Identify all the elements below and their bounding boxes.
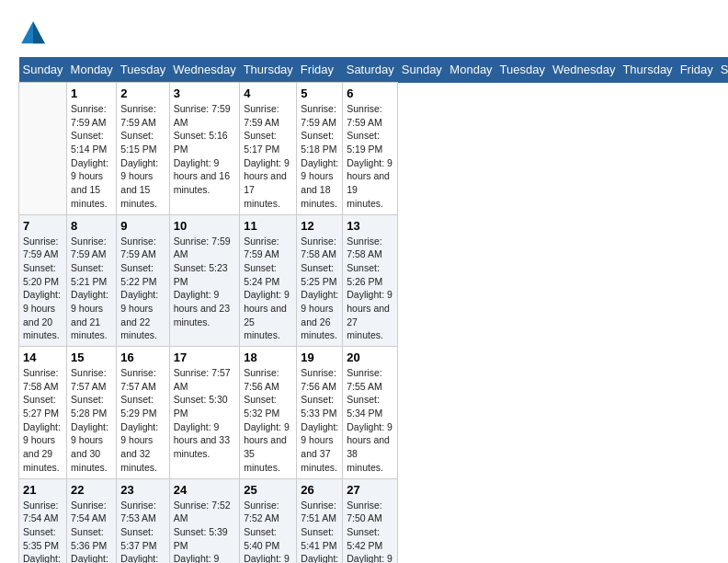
day-number: 4 [244,86,292,100]
day-number: 20 [347,350,393,364]
day-number: 26 [301,483,338,497]
header-row: SundayMondayTuesdayWednesdayThursdayFrid… [19,57,729,83]
day-cell: 9Sunrise: 7:59 AMSunset: 5:22 PMDaylight… [117,214,169,347]
day-cell: 17Sunrise: 7:57 AMSunset: 5:30 PMDayligh… [169,347,239,479]
day-cell: 14Sunrise: 7:58 AMSunset: 5:27 PMDayligh… [19,347,67,479]
week-row-3: 14Sunrise: 7:58 AMSunset: 5:27 PMDayligh… [19,347,729,479]
day-cell: 3Sunrise: 7:59 AMSunset: 5:16 PMDaylight… [169,83,239,215]
day-number: 21 [23,483,63,497]
day-number: 1 [71,86,112,100]
day-info: Sunrise: 7:59 AMSunset: 5:17 PMDaylight:… [244,102,292,211]
header-sunday: Sunday [398,57,447,83]
day-cell: 15Sunrise: 7:57 AMSunset: 5:28 PMDayligh… [67,347,117,479]
header-thursday: Thursday [619,57,676,83]
day-number: 22 [71,483,112,497]
day-info: Sunrise: 7:59 AMSunset: 5:24 PMDaylight:… [244,235,292,343]
header-monday: Monday [67,57,117,83]
svg-marker-1 [33,21,45,43]
week-row-2: 7Sunrise: 7:59 AMSunset: 5:20 PMDaylight… [19,214,729,347]
day-number: 5 [301,86,338,100]
logo-icon [18,18,48,48]
day-cell: 23Sunrise: 7:53 AMSunset: 5:37 PMDayligh… [117,478,169,563]
day-cell: 6Sunrise: 7:59 AMSunset: 5:19 PMDaylight… [343,83,398,215]
header-tuesday: Tuesday [496,57,549,83]
day-info: Sunrise: 7:58 AMSunset: 5:27 PMDaylight:… [23,366,63,475]
day-cell: 2Sunrise: 7:59 AMSunset: 5:15 PMDaylight… [117,83,169,215]
day-number: 27 [347,483,393,497]
day-info: Sunrise: 7:59 AMSunset: 5:18 PMDaylight:… [301,102,338,211]
header-wednesday: Wednesday [549,57,619,83]
day-cell: 16Sunrise: 7:57 AMSunset: 5:29 PMDayligh… [117,347,169,479]
day-number: 16 [120,350,165,364]
day-number: 11 [244,219,292,233]
day-info: Sunrise: 7:57 AMSunset: 5:28 PMDaylight:… [71,366,112,475]
day-cell: 11Sunrise: 7:59 AMSunset: 5:24 PMDayligh… [240,214,297,347]
header-sunday: Sunday [19,57,67,83]
day-cell: 20Sunrise: 7:55 AMSunset: 5:34 PMDayligh… [343,347,398,479]
week-row-4: 21Sunrise: 7:54 AMSunset: 5:35 PMDayligh… [19,478,729,563]
day-number: 19 [301,350,338,364]
day-info: Sunrise: 7:59 AMSunset: 5:14 PMDaylight:… [71,102,112,211]
day-cell: 27Sunrise: 7:50 AMSunset: 5:42 PMDayligh… [343,478,398,563]
day-number: 24 [174,483,235,497]
header-thursday: Thursday [240,57,297,83]
day-info: Sunrise: 7:59 AMSunset: 5:23 PMDaylight:… [174,235,235,329]
day-number: 15 [71,350,112,364]
day-cell: 24Sunrise: 7:52 AMSunset: 5:39 PMDayligh… [169,478,239,563]
day-info: Sunrise: 7:59 AMSunset: 5:15 PMDaylight:… [120,102,165,211]
day-number: 9 [120,219,165,233]
day-number: 6 [347,86,393,100]
day-info: Sunrise: 7:59 AMSunset: 5:20 PMDaylight:… [23,235,63,343]
day-info: Sunrise: 7:56 AMSunset: 5:33 PMDaylight:… [301,366,338,475]
week-row-1: 1Sunrise: 7:59 AMSunset: 5:14 PMDaylight… [19,83,729,215]
day-number: 13 [347,219,393,233]
day-info: Sunrise: 7:54 AMSunset: 5:35 PMDaylight:… [23,499,63,564]
day-info: Sunrise: 7:53 AMSunset: 5:37 PMDaylight:… [120,499,165,564]
day-info: Sunrise: 7:55 AMSunset: 5:34 PMDaylight:… [347,366,393,475]
header-saturday: Saturday [717,57,728,83]
day-number: 8 [71,219,112,233]
day-info: Sunrise: 7:59 AMSunset: 5:22 PMDaylight:… [120,235,165,343]
day-cell: 12Sunrise: 7:58 AMSunset: 5:25 PMDayligh… [297,214,343,347]
day-cell: 13Sunrise: 7:58 AMSunset: 5:26 PMDayligh… [343,214,398,347]
day-cell: 8Sunrise: 7:59 AMSunset: 5:21 PMDaylight… [67,214,117,347]
day-number: 14 [23,350,63,364]
header-saturday: Saturday [343,57,398,83]
calendar-table: SundayMondayTuesdayWednesdayThursdayFrid… [18,57,728,563]
day-cell: 18Sunrise: 7:56 AMSunset: 5:32 PMDayligh… [240,347,297,479]
day-number: 10 [174,219,235,233]
day-cell: 26Sunrise: 7:51 AMSunset: 5:41 PMDayligh… [297,478,343,563]
day-info: Sunrise: 7:57 AMSunset: 5:29 PMDaylight:… [120,366,165,475]
day-number: 25 [244,483,292,497]
day-info: Sunrise: 7:59 AMSunset: 5:16 PMDaylight:… [174,102,235,197]
header-wednesday: Wednesday [169,57,239,83]
header-tuesday: Tuesday [117,57,169,83]
day-number: 3 [174,86,235,100]
day-cell: 25Sunrise: 7:52 AMSunset: 5:40 PMDayligh… [240,478,297,563]
day-number: 2 [120,86,165,100]
day-cell: 19Sunrise: 7:56 AMSunset: 5:33 PMDayligh… [297,347,343,479]
day-info: Sunrise: 7:58 AMSunset: 5:26 PMDaylight:… [347,235,393,343]
day-info: Sunrise: 7:59 AMSunset: 5:19 PMDaylight:… [347,102,393,211]
day-info: Sunrise: 7:51 AMSunset: 5:41 PMDaylight:… [301,499,338,564]
day-number: 23 [120,483,165,497]
header-monday: Monday [446,57,495,83]
day-number: 18 [244,350,292,364]
day-cell: 7Sunrise: 7:59 AMSunset: 5:20 PMDaylight… [19,214,67,347]
day-info: Sunrise: 7:56 AMSunset: 5:32 PMDaylight:… [244,366,292,475]
header-friday: Friday [677,57,717,83]
day-info: Sunrise: 7:52 AMSunset: 5:40 PMDaylight:… [244,499,292,564]
day-number: 17 [174,350,235,364]
day-info: Sunrise: 7:58 AMSunset: 5:25 PMDaylight:… [301,235,338,343]
day-cell: 5Sunrise: 7:59 AMSunset: 5:18 PMDaylight… [297,83,343,215]
day-number: 12 [301,219,338,233]
day-info: Sunrise: 7:50 AMSunset: 5:42 PMDaylight:… [347,499,393,564]
day-cell: 10Sunrise: 7:59 AMSunset: 5:23 PMDayligh… [169,214,239,347]
day-info: Sunrise: 7:59 AMSunset: 5:21 PMDaylight:… [71,235,112,343]
day-info: Sunrise: 7:54 AMSunset: 5:36 PMDaylight:… [71,499,112,564]
day-info: Sunrise: 7:57 AMSunset: 5:30 PMDaylight:… [174,366,235,461]
header-friday: Friday [297,57,343,83]
day-cell: 4Sunrise: 7:59 AMSunset: 5:17 PMDaylight… [240,83,297,215]
logo [18,18,51,48]
day-cell: 1Sunrise: 7:59 AMSunset: 5:14 PMDaylight… [67,83,117,215]
